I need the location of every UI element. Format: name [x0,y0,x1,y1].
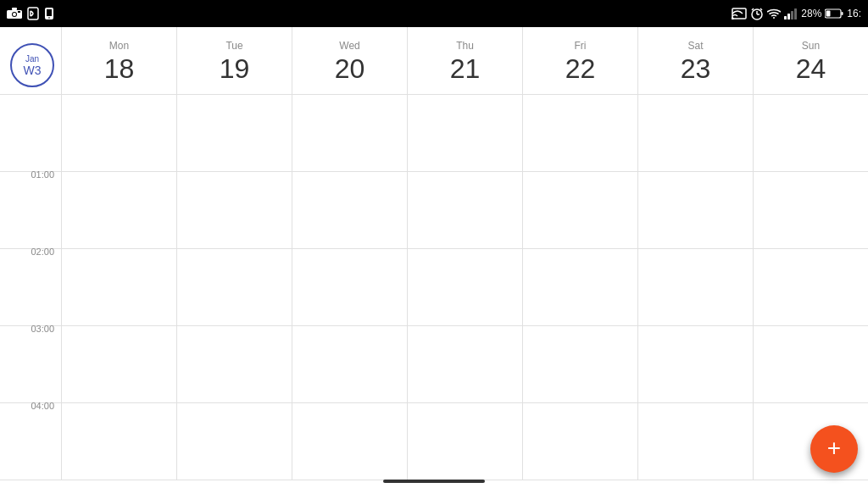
time-cell-3-sun[interactable] [753,326,868,402]
status-bar: 28% 16: [0,0,868,27]
svg-rect-4 [18,11,20,13]
day-header-sat[interactable]: Sat 23 [637,27,753,94]
cast-icon [732,8,747,19]
day-name-mon: Mon [109,40,129,52]
time-cell-1-fri[interactable] [522,172,637,248]
signal-icon [784,8,798,19]
time-label-4: 04:00 [0,397,61,480]
day-number-mon: 18 [104,55,135,82]
time-cell-3-mon[interactable] [61,326,176,402]
time-cell-0-sun[interactable] [753,95,868,171]
time-cell-0-sat[interactable] [637,95,753,171]
calendar-view: Jan W3 Mon 18 Tue 19 Wed 20 Thu 21 Fri 2… [0,27,868,488]
svg-rect-1 [12,8,17,10]
plus-icon: + [827,436,841,460]
svg-rect-8 [47,9,52,16]
time-cell-2-mon[interactable] [61,249,176,325]
svg-rect-23 [842,12,843,15]
day-name-wed: Wed [339,40,359,52]
time-cell-2-thu[interactable] [407,249,522,325]
svg-point-9 [48,17,50,19]
day-number-thu: 21 [450,55,481,82]
time-cell-3-fri[interactable] [522,326,637,402]
time-cell-1-wed[interactable] [292,172,407,248]
time-cell-2-wed[interactable] [292,249,407,325]
time-label-0 [0,95,61,171]
svg-rect-21 [794,8,797,19]
status-right-icons: 28% 16: [732,7,861,20]
svg-line-16 [760,8,762,10]
svg-line-15 [752,8,754,10]
day-number-sun: 24 [796,55,826,82]
day-name-tue: Tue [225,40,242,52]
svg-rect-10 [732,8,746,19]
month-label: Jan [25,54,39,64]
day-header-wed[interactable]: Wed 20 [292,27,407,94]
time-cell-4-sat[interactable] [637,403,753,480]
month-label-cell: Jan W3 [0,27,61,94]
time-cell-3-wed[interactable] [292,326,407,402]
time-cell-4-fri[interactable] [522,403,637,480]
time-row-4: 04:00 [0,403,868,480]
time-cell-3-tue[interactable] [176,326,292,402]
day-name-fri: Fri [575,40,587,52]
time-cell-3-thu[interactable] [407,326,522,402]
time-cell-1-thu[interactable] [407,172,522,248]
time-cell-3-sat[interactable] [637,326,753,402]
time-cell-0-mon[interactable] [61,95,176,171]
wifi-icon [767,8,781,19]
day-name-thu: Thu [456,40,474,52]
day-number-wed: 20 [335,55,365,82]
svg-rect-24 [826,11,831,17]
svg-point-17 [773,17,775,19]
time-cell-4-mon[interactable] [61,403,176,480]
day-headers: Jan W3 Mon 18 Tue 19 Wed 20 Thu 21 Fri 2… [0,27,868,95]
bottom-nav-bar [383,480,485,483]
time-cell-1-sat[interactable] [637,172,753,248]
time-cell-4-wed[interactable] [292,403,407,480]
time-cell-0-tue[interactable] [176,95,292,171]
time-cell-0-wed[interactable] [292,95,407,171]
time-cell-2-fri[interactable] [522,249,637,325]
time-cell-4-thu[interactable] [407,403,522,480]
time-cell-1-sun[interactable] [753,172,868,248]
time-row-1: 01:00 [0,172,868,249]
time-row-0 [0,95,868,172]
day-header-mon[interactable]: Mon 18 [61,27,176,94]
time-cell-4-tue[interactable] [176,403,292,480]
day-name-sun: Sun [802,40,820,52]
day-number-sat: 23 [681,55,711,82]
time-cell-2-sat[interactable] [637,249,753,325]
week-label: W3 [24,64,42,76]
svg-point-3 [13,13,16,16]
day-number-tue: 19 [220,55,250,82]
clock-time: 16: [847,8,861,19]
time-row-2: 02:00 [0,249,868,326]
svg-rect-18 [784,16,787,19]
day-header-thu[interactable]: Thu 21 [407,27,522,94]
time-grid: 01:00 02:00 03:00 [0,95,868,488]
svg-rect-19 [787,14,790,19]
camera-icon [7,8,22,19]
time-cell-1-tue[interactable] [176,172,292,248]
day-header-fri[interactable]: Fri 22 [522,27,637,94]
battery-percent: 28% [801,8,821,19]
battery-icon [825,8,843,19]
time-row-3: 03:00 [0,326,868,403]
today-indicator: Jan W3 [10,43,54,87]
day-header-sun[interactable]: Sun 24 [753,27,868,94]
time-cell-2-tue[interactable] [176,249,292,325]
time-cell-0-fri[interactable] [522,95,637,171]
time-label-1: 01:00 [0,166,61,248]
day-header-tue[interactable]: Tue 19 [176,27,292,94]
time-cell-0-thu[interactable] [407,95,522,171]
nfc-icon [27,7,39,20]
add-event-fab[interactable]: + [810,425,858,473]
time-cell-1-mon[interactable] [61,172,176,248]
time-label-2: 02:00 [0,243,61,325]
time-label-3: 03:00 [0,320,61,402]
day-number-fri: 22 [565,55,596,82]
svg-rect-20 [791,11,793,19]
day-name-sat: Sat [687,40,703,52]
time-cell-2-sun[interactable] [753,249,868,325]
